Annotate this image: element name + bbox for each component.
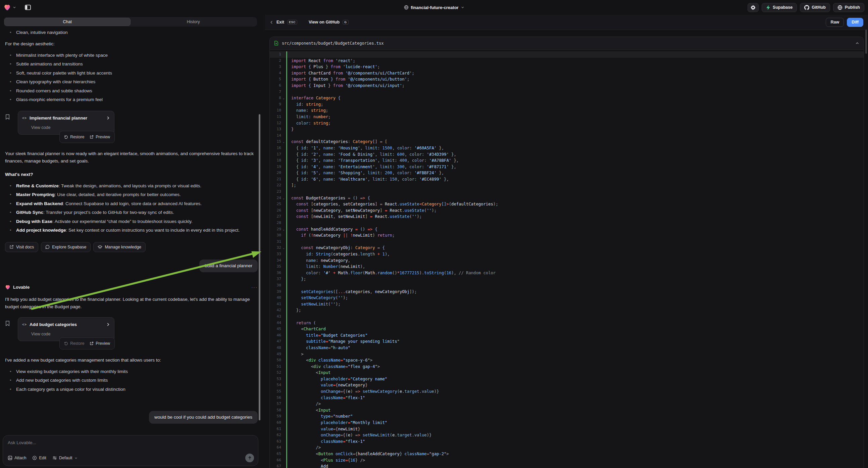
design-bullet-list: Minimalist interface with plenty of whit… [5,52,258,103]
code-line: 54 value={newCategory} [270,382,864,388]
code-text [286,133,864,139]
code-toolbar: Exit ESC View on GitHub G Raw Diff [265,15,868,30]
visit-docs-label: Visit docs [16,243,34,251]
attach-button[interactable]: Attach [8,456,26,460]
github-button[interactable]: GitHub [800,3,830,12]
line-number: 31 [270,239,281,245]
fold-chevron-icon[interactable]: ⌄ [281,226,286,233]
view-code-link[interactable]: View code [31,330,110,338]
code-line: 49 > [270,351,864,357]
preview-button[interactable]: Preview [90,133,110,141]
bookmark-icon[interactable] [5,321,10,326]
line-number: 63 [270,438,281,445]
restore-button[interactable]: Restore [64,340,84,347]
code-text: <ChartCard [286,326,864,332]
toggle-sidebar-button[interactable] [24,3,32,12]
manage-knowledge-button[interactable]: Manage knowledge [93,242,145,252]
visit-docs-button[interactable]: Visit docs [5,242,38,252]
tab-chat[interactable]: Chat [4,18,130,26]
chat-scrollbar[interactable] [259,114,260,420]
code-line: 21 { id: '6', name: 'Healthcare', limit:… [270,176,864,183]
line-number: 2 [270,58,281,64]
list-item: Master Prompting: Use clear, detailed, a… [5,192,258,198]
settings-button[interactable] [748,3,758,12]
line-number: 60 [270,420,281,426]
lovable-heart-icon [5,285,10,290]
line-number: 46 [270,332,281,339]
line-number: 14 [270,133,281,139]
explore-supabase-button[interactable]: Explore Supabase [41,242,91,252]
file-path-bar[interactable]: src/components/budget/BudgetCategories.t… [270,37,864,50]
code-line: 38 [270,282,864,289]
diff-button[interactable]: Diff [847,18,863,27]
code-line: 58 <Input [270,407,864,414]
more-options-icon[interactable]: ··· [251,284,258,291]
code-text: type="number" [286,413,864,420]
code-line: 4import ChartCard from '@/components/ui/… [270,70,864,77]
bookmark-icon[interactable] [5,114,10,120]
project-switcher[interactable]: financial-future-creator [404,0,464,15]
logo-cluster [4,3,32,12]
code-text [286,314,864,320]
view-code-link[interactable]: View code [31,124,110,131]
line-number: 28 [270,220,281,226]
model-selector[interactable]: Default [52,456,78,460]
view-on-github-button[interactable]: View on GitHub [309,20,340,25]
send-button[interactable] [245,454,254,462]
code-line: 60 placeholder="Monthly limit" [270,420,864,426]
chevron-down-icon [74,457,78,460]
code-text: onChange={(e) => setNewCategory(e.target… [286,388,864,395]
fold-chevron-icon [281,58,286,64]
chevron-left-icon[interactable] [270,21,274,24]
fold-chevron-icon[interactable]: ⌄ [281,95,286,101]
sliders-icon [52,456,57,460]
line-number: 62 [270,432,281,438]
edit-mode-button[interactable]: Edit [32,456,46,460]
fold-chevron-icon[interactable]: ⌄ [281,245,286,251]
code-text: interface Category { [286,95,864,101]
publish-button[interactable]: Publish [833,3,864,12]
code-editor[interactable]: 12import React from 'react';3import { Pl… [270,50,864,468]
list-item: Add project knowledge: Set key context o… [5,227,258,233]
code-scrollbar[interactable] [865,30,867,54]
supabase-button[interactable]: Supabase [762,3,797,12]
fold-chevron-icon[interactable]: ⌄ [281,139,286,145]
raw-button[interactable]: Raw [826,18,844,27]
code-line: 36 color: '#' + Math.floor(Math.random()… [270,270,864,276]
fold-chevron-icon [281,126,286,133]
fold-chevron-icon [281,70,286,77]
restore-button[interactable]: Restore [64,133,84,141]
chevron-up-icon[interactable] [855,41,859,45]
code-text: > [286,351,864,357]
line-number: 17 [270,151,281,158]
composer[interactable]: Ask Lovable... Attach Edit [3,435,258,466]
code-text: placeholder="Monthly limit" [286,420,864,426]
code-text: setNewLimit(''); [286,301,864,308]
code-text: const BudgetCategories = () => { [286,195,864,201]
code-line: 30 if (!newCategory || !newLimit) return… [270,232,864,239]
code-text: name: newCategory, [286,258,864,264]
version-card-block-2: <> Add budget categories View code Resto… [18,317,115,341]
target-icon [32,456,37,460]
code-line: 39 setCategories([...categories, newCate… [270,289,864,295]
line-number: 27 [270,213,281,220]
composer-input[interactable]: Ask Lovable... [8,440,253,445]
lovable-heart-logo-icon[interactable] [4,4,11,11]
fold-chevron-icon[interactable]: ⌄ [281,195,286,201]
exit-button[interactable]: Exit [276,20,284,25]
code-text: subtitle="Manage your spending limits" [286,339,864,345]
code-text: value={newCategory} [286,382,864,388]
whats-next-heading: What's next? [5,171,258,178]
line-number: 64 [270,444,281,451]
fold-chevron-icon [281,264,286,270]
preview-button[interactable]: Preview [90,340,110,347]
code-line: 63 className="flex-1" [270,438,864,445]
code-line: 29⌄ const handleAddCategory = () => { [270,226,864,233]
globe-icon [404,5,408,10]
chevron-down-icon[interactable] [13,6,16,9]
fold-chevron-icon [281,314,286,320]
github-label: GitHub [812,5,826,10]
line-number: 29 [270,226,281,233]
tab-history[interactable]: History [130,18,257,26]
publish-globe-icon [837,5,842,10]
